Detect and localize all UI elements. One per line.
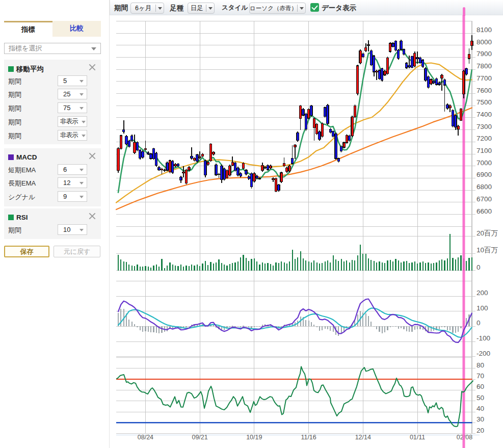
- svg-text:40: 40: [476, 405, 484, 412]
- svg-text:08/24: 08/24: [138, 434, 153, 441]
- svg-text:7100: 7100: [476, 147, 492, 154]
- svg-text:70: 70: [476, 372, 484, 380]
- svg-text:7900: 7900: [476, 50, 492, 58]
- svg-text:11/16: 11/16: [301, 434, 316, 441]
- svg-text:12/14: 12/14: [355, 434, 371, 441]
- svg-text:09/21: 09/21: [192, 434, 207, 441]
- svg-text:6600: 6600: [476, 207, 492, 215]
- svg-text:100: 100: [476, 304, 488, 312]
- svg-text:-200: -200: [476, 350, 490, 357]
- svg-text:6800: 6800: [476, 183, 492, 191]
- svg-text:7200: 7200: [476, 135, 492, 142]
- svg-text:20百万: 20百万: [476, 229, 498, 237]
- svg-text:200: 200: [476, 289, 488, 297]
- svg-text:8100: 8100: [476, 26, 492, 34]
- svg-text:50: 50: [476, 394, 484, 402]
- svg-text:0: 0: [476, 319, 481, 327]
- svg-text:7800: 7800: [476, 62, 492, 70]
- svg-text:7700: 7700: [476, 74, 492, 82]
- svg-text:0: 0: [476, 263, 481, 271]
- svg-text:01/11: 01/11: [410, 434, 425, 441]
- svg-text:7000: 7000: [476, 159, 492, 167]
- svg-text:7300: 7300: [476, 123, 492, 130]
- svg-text:-100: -100: [476, 334, 490, 342]
- svg-text:6900: 6900: [476, 171, 492, 178]
- svg-text:20: 20: [476, 427, 484, 434]
- svg-text:10/19: 10/19: [246, 434, 262, 441]
- svg-text:8000: 8000: [476, 38, 492, 46]
- svg-text:80: 80: [476, 361, 484, 369]
- svg-text:7500: 7500: [476, 98, 492, 106]
- svg-text:60: 60: [476, 383, 484, 390]
- svg-text:30: 30: [476, 415, 484, 423]
- svg-text:7600: 7600: [476, 87, 492, 94]
- svg-text:6700: 6700: [476, 195, 492, 203]
- svg-text:7400: 7400: [476, 111, 492, 118]
- svg-text:10百万: 10百万: [476, 246, 498, 254]
